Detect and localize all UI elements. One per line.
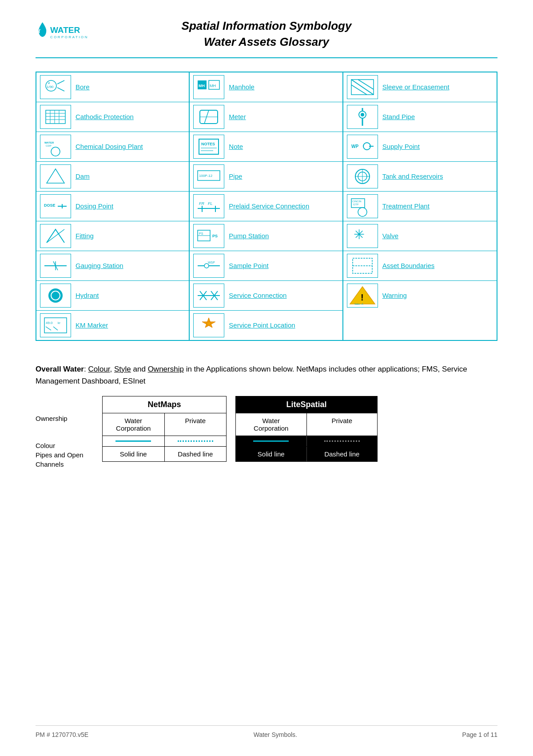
valve-symbol: ✳ [347, 224, 378, 248]
sample-label[interactable]: Sample Point [229, 262, 268, 269]
litespatial-col-headers: WaterCorporation Private [236, 413, 377, 436]
water-corporation-logo: WATER CORPORATION [36, 18, 93, 49]
standpipe-symbol [347, 105, 378, 129]
svg-text:1/90: 1/90 [47, 85, 54, 89]
netmaps-col2-header: Private [165, 413, 227, 436]
dam-label[interactable]: Dam [76, 172, 90, 180]
km-label[interactable]: KM Marker [76, 321, 108, 329]
prelaid-label[interactable]: Prelaid Service Connection [229, 202, 309, 210]
supply-label[interactable]: Supply Point [382, 143, 420, 150]
svg-text:100P-12: 100P-12 [199, 174, 213, 178]
netmaps-text-row: Solid line Dashed line [103, 447, 226, 461]
hydrant-label[interactable]: Hydrant [76, 292, 99, 299]
service-point-label[interactable]: Service Point Location [229, 321, 295, 329]
sleeve-label[interactable]: Sleeve or Encasement [382, 83, 449, 91]
svg-point-16 [51, 147, 60, 156]
tank-label[interactable]: Tank and Reservoirs [382, 172, 443, 180]
litespatial-solid-line [253, 440, 289, 442]
manhole-symbol: MH MH [193, 75, 224, 99]
logo-area: WATER CORPORATION [36, 18, 93, 49]
svg-text:NOTES: NOTES [201, 142, 215, 146]
glossary-col-2: MH MH Manhole [190, 72, 343, 340]
glossary-col-1: ø 1/90 Bore [36, 72, 190, 340]
list-item: Tank and Reservoirs [343, 162, 497, 192]
list-item: NOTES Note [190, 132, 342, 162]
page: WATER CORPORATION Spatial Information Sy… [0, 0, 533, 756]
svg-line-5 [57, 80, 64, 84]
page-footer: PM # 1270770.v5E Water Symbols. Page 1 o… [36, 725, 497, 738]
litespatial-line-row [236, 436, 377, 447]
fitting-symbol [40, 224, 71, 248]
km-symbol: 49.0 kr [40, 313, 71, 337]
svg-line-66 [358, 80, 374, 89]
litespatial-col1-header: WaterCorporation [236, 413, 307, 436]
supply-symbol: WP [347, 135, 378, 159]
bore-label[interactable]: Bore [76, 83, 90, 91]
svg-line-30 [46, 327, 51, 330]
standpipe-label[interactable]: Stand Pipe [382, 113, 415, 120]
bore-symbol: ø 1/90 [40, 75, 71, 99]
footer-left: PM # 1270770.v5E [36, 731, 88, 738]
svg-text:49.0: 49.0 [46, 321, 53, 325]
valve-label[interactable]: Valve [382, 232, 398, 240]
meter-label[interactable]: Meter [229, 113, 246, 120]
list-item: Gauging Station [36, 251, 189, 281]
fitting-label[interactable]: Fitting [76, 232, 94, 240]
overall-text: Overall Water: Colour, Style and Ownersh… [36, 363, 497, 387]
gauging-label[interactable]: Gauging Station [76, 262, 123, 269]
title-line1: Spatial Information Symbology [182, 19, 352, 32]
manhole-label[interactable]: Manhole [229, 83, 255, 91]
litespatial-dashed-line [324, 440, 360, 442]
chemical-symbol: WATER CDP [40, 135, 71, 159]
list-item: CINCIN GTP Treatment Plant [343, 192, 497, 221]
svg-text:PS: PS [199, 232, 203, 235]
footer-right: Page 1 of 11 [462, 731, 497, 738]
svg-marker-17 [47, 169, 64, 183]
ownership-label: Ownership [36, 414, 93, 423]
sleeve-symbol [347, 75, 378, 99]
list-item: FR FL Prelaid Service Connection [190, 192, 342, 221]
pipe-label[interactable]: Pipe [229, 172, 242, 180]
chemical-label[interactable]: Chemical Dosing Plant [76, 143, 143, 150]
label-col: Ownership ColourPipes and OpenChannels [36, 396, 93, 469]
list-item: Hydrant [36, 281, 189, 311]
svg-text:ø: ø [48, 81, 50, 84]
list-item: Asset Boundaries [343, 251, 497, 281]
pump-label[interactable]: Pump Station [229, 232, 269, 240]
note-label[interactable]: Note [229, 143, 243, 150]
treatment-label[interactable]: Treatment Plant [382, 202, 430, 210]
litespatial-text-row: Solid line Dashed line [236, 447, 377, 461]
svg-text:DOSE: DOSE [44, 203, 56, 208]
svg-text:CDP: CDP [46, 144, 52, 147]
list-item: ø 1/90 Bore [36, 72, 189, 102]
glossary-section: ø 1/90 Bore [36, 72, 497, 341]
dam-symbol [40, 164, 71, 188]
svg-text:MH: MH [210, 84, 216, 88]
list-item: WSP Sample Point [190, 251, 342, 281]
list-item: WP Supply Point [343, 132, 497, 162]
svg-text:MH: MH [199, 84, 205, 88]
svg-rect-27 [44, 318, 67, 333]
list-item: DOSE Dosing Point [36, 192, 189, 221]
svg-text:kr: kr [58, 321, 61, 324]
netmaps-solid-label: Solid line [103, 447, 165, 461]
svg-text:GTP: GTP [353, 203, 358, 206]
header-title: Spatial Information SymbologyWater Asset… [93, 18, 440, 50]
asset-label[interactable]: Asset Boundaries [382, 262, 435, 269]
service-conn-symbol [193, 284, 224, 308]
svg-text:WP: WP [351, 144, 358, 149]
meter-symbol [193, 105, 224, 129]
service-conn-label[interactable]: Service Connection [229, 292, 286, 299]
netmaps-col1-header: WaterCorporation [103, 413, 165, 436]
svg-text:CORPORATION: CORPORATION [50, 36, 88, 40]
cathodic-label[interactable]: Cathodic Protection [76, 113, 134, 120]
netmaps-solid-line-cell [103, 436, 165, 446]
dosing-symbol: DOSE [40, 194, 71, 218]
svg-line-6 [57, 88, 64, 91]
netmaps-title: NetMaps [103, 396, 226, 413]
list-item: ! Valve - A Warning [343, 281, 497, 310]
glossary-col-3: Sleeve or Encasement Stand Pipe [343, 72, 497, 340]
warning-label[interactable]: Warning [382, 292, 407, 299]
dosing-label[interactable]: Dosing Point [76, 202, 113, 210]
title-line2: Water Assets Glossary [204, 35, 329, 48]
